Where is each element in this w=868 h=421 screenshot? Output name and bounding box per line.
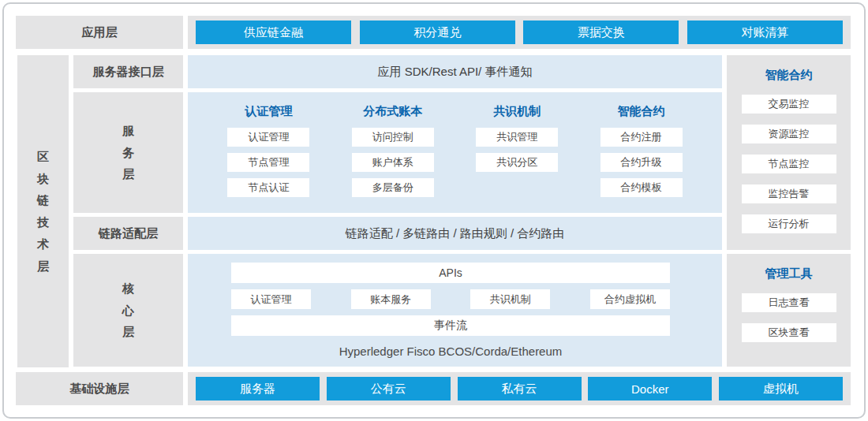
service-column-title: 智能合约 [618,103,665,119]
smart-contract-panel-title: 智能合约 [765,68,813,83]
core-module: 合约虚拟机 [590,289,670,309]
infrastructure-layer-strip: 服务器 公有云 私有云 Docker 虚拟机 [188,372,851,405]
sidebar-item: 交易监控 [742,95,836,114]
platforms-text: Hyperledger Fisco BCOS/Corda/Ethereum [231,342,670,361]
infra-block-vm: 虚拟机 [719,377,843,401]
service-layer-panel: 认证管理 认证管理 节点管理 节点认证 分布式账本 访问控制 账户体系 多层备份… [188,92,722,213]
core-layer-panel: APIs 认证管理 账本服务 共识机制 合约虚拟机 事件流 Hyperledge… [188,254,722,367]
service-item: 共识分区 [476,153,558,172]
service-layer-text: 服务层 [122,120,135,185]
interface-layer-label: 服务器接口层 [73,55,183,88]
core-module: 共识机制 [470,289,550,309]
smart-contract-panel: 智能合约 交易监控 资源监控 节点监控 监控告警 运行分析 [727,55,851,250]
sidebar-item: 资源监控 [742,125,836,143]
service-column-consensus: 共识机制 共识管理 共识分区 [473,103,560,178]
blockchain-tech-layer-text: 区块链技术层 [36,146,50,278]
infra-block-public-cloud: 公有云 [327,377,451,401]
core-modules-row: 认证管理 账本服务 共识机制 合约虚拟机 [231,289,670,309]
service-item: 账户体系 [352,153,434,172]
core-layer-label: 核心层 [73,254,183,367]
service-item: 合约升级 [600,153,683,172]
adapter-layer-content: 链路适配 / 多链路由 / 路由规则 / 合约路由 [188,217,722,250]
service-column-title: 认证管理 [245,103,292,119]
application-layer-strip: 供应链金融 积分通兑 票据交换 对账清算 [188,16,851,49]
interface-layer-content: 应用 SDK/Rest API/ 事件通知 [188,55,722,88]
core-module: 认证管理 [231,289,311,309]
app-block-reconciliation-clearing: 对账清算 [687,20,843,44]
infra-block-private-cloud: 私有云 [458,377,582,401]
core-module: 账本服务 [351,289,431,309]
service-item: 节点认证 [227,178,309,197]
infrastructure-layer-label: 基础设施层 [16,372,183,405]
app-block-points-exchange: 积分通兑 [360,20,515,44]
event-stream-bar: 事件流 [231,315,670,336]
adapter-layer-label: 链路适配层 [73,217,183,250]
management-tools-panel-title: 管理工具 [765,266,813,281]
sidebar-item: 日志查看 [742,293,836,312]
service-item: 访问控制 [352,128,434,147]
service-item: 共识管理 [476,128,558,147]
app-block-bill-exchange: 票据交换 [523,20,679,44]
service-column-ledger: 分布式账本 访问控制 账户体系 多层备份 [350,103,436,203]
apis-bar: APIs [231,263,670,283]
service-column-title: 分布式账本 [363,103,422,119]
sidebar-item: 节点监控 [742,155,836,173]
service-column-title: 共识机制 [493,103,541,119]
blockchain-tech-layer-label: 区块链技术层 [17,55,69,367]
blockchain-architecture-diagram: 应用层 供应链金融 积分通兑 票据交换 对账清算 区块链技术层 服务器接口层 服… [0,0,868,421]
service-column-auth: 认证管理 认证管理 节点管理 节点认证 [225,103,312,203]
sidebar-item: 运行分析 [742,214,836,233]
service-column-smart-contract: 智能合约 合约注册 合约升级 合约模板 [598,103,685,203]
management-tools-panel: 管理工具 日志查看 区块查看 [727,254,851,367]
core-layer-content: APIs 认证管理 账本服务 共识机制 合约虚拟机 事件流 Hyperledge… [231,263,670,361]
service-item: 节点管理 [227,153,309,172]
app-block-supply-chain-finance: 供应链金融 [196,20,351,44]
infra-block-server: 服务器 [196,377,320,401]
service-item: 多层备份 [352,178,434,197]
application-layer-label: 应用层 [16,16,183,49]
service-item: 合约注册 [600,128,683,147]
service-item: 认证管理 [227,128,309,147]
service-item: 合约模板 [600,178,683,197]
sidebar-item: 区块查看 [742,323,836,342]
sidebar-item: 监控告警 [742,184,836,203]
core-layer-text: 核心层 [122,278,135,343]
infra-block-docker: Docker [588,377,712,401]
service-layer-label: 服务层 [73,92,183,213]
